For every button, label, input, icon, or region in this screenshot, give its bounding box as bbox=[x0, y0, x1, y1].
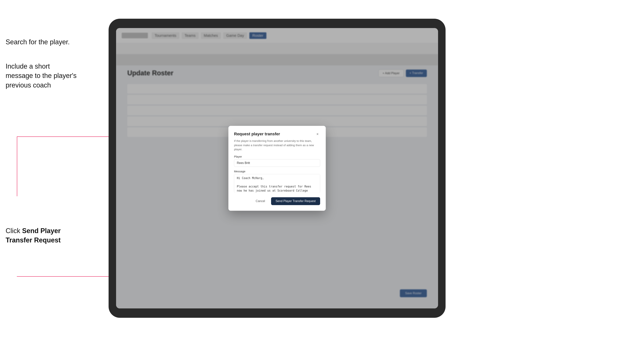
tablet-screen: Tournaments Teams Matches Game Day Roste… bbox=[116, 28, 438, 308]
modal-description: If the player is transferring from anoth… bbox=[234, 139, 320, 152]
message-label: Message bbox=[234, 170, 320, 173]
message-textarea[interactable]: Hi Coach McHarg, Please accept this tran… bbox=[234, 174, 320, 193]
annotation-search: Search for the player. bbox=[6, 37, 77, 47]
cancel-button[interactable]: Cancel bbox=[252, 197, 269, 205]
modal-title: Request player transfer bbox=[234, 132, 280, 137]
player-input[interactable] bbox=[234, 159, 320, 167]
tablet-device: Tournaments Teams Matches Game Day Roste… bbox=[108, 19, 446, 318]
player-label: Player bbox=[234, 155, 320, 158]
modal-close-button[interactable]: × bbox=[315, 131, 320, 137]
annotation-message: Include a short message to the player's … bbox=[6, 62, 77, 90]
transfer-modal: Request player transfer × If the player … bbox=[228, 126, 326, 211]
arrow-line-vertical-1 bbox=[17, 137, 17, 196]
modal-actions: Cancel Send Player Transfer Request bbox=[234, 197, 320, 205]
send-transfer-request-button[interactable]: Send Player Transfer Request bbox=[271, 197, 320, 205]
annotation-click: Click Send Player Transfer Request bbox=[6, 226, 77, 245]
modal-header: Request player transfer × bbox=[234, 131, 320, 137]
